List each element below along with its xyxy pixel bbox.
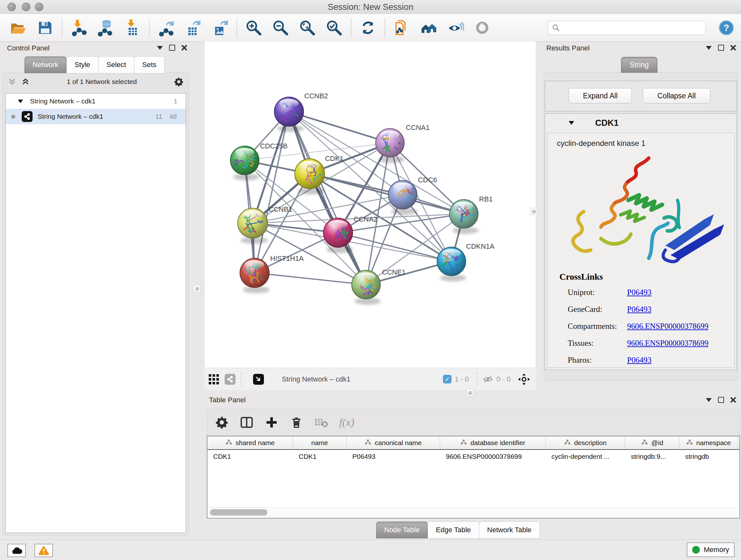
tab-sets[interactable]: Sets xyxy=(134,56,165,73)
close-panel-icon[interactable] xyxy=(731,397,736,402)
node-label-CDKN1A: CDKN1A xyxy=(466,242,494,250)
export-table-button[interactable] xyxy=(184,17,202,38)
help-button[interactable]: ? xyxy=(719,20,734,36)
refresh-icon xyxy=(359,19,377,37)
crosslink-value-link[interactable]: P06493 xyxy=(627,288,651,297)
network-collection-row[interactable]: String Network – cdk1 1 xyxy=(6,94,186,109)
memory-button[interactable]: Memory xyxy=(687,543,735,557)
column-header[interactable]: database identifier xyxy=(440,436,546,449)
node-label-RB1: RB1 xyxy=(479,195,493,203)
selected-node-edge-count: 1 - 0 xyxy=(455,375,469,383)
crosslinks-title: CrossLinks xyxy=(559,272,734,282)
string-results-body: Expand All Collapse All CDK1 cyclin-depe… xyxy=(544,72,738,381)
search-input[interactable] xyxy=(560,23,702,32)
import-network-file-button[interactable] xyxy=(70,17,88,38)
network-graph[interactable]: CCNB2CCNA1CDC25BCDK1CDC6RB1CCNB1CCNA2CDK… xyxy=(205,42,536,367)
toolbar-separator xyxy=(385,18,385,37)
float-panel-icon[interactable] xyxy=(718,397,724,403)
delete-table-button[interactable] xyxy=(314,415,328,429)
function-builder-button[interactable]: f(x) xyxy=(339,416,354,428)
panel-menu-icon[interactable] xyxy=(706,398,712,402)
table-cell[interactable]: CDK1 xyxy=(207,450,293,463)
table-cell[interactable]: CDK1 xyxy=(293,450,347,463)
show-glass-button[interactable] xyxy=(473,17,491,38)
column-header[interactable]: name xyxy=(293,436,347,449)
collection-disclosure-icon[interactable] xyxy=(18,100,23,103)
scrollbar-thumb[interactable] xyxy=(210,509,267,516)
separator xyxy=(241,372,241,387)
column-header-label: @id xyxy=(651,439,664,447)
export-image-icon xyxy=(211,19,228,37)
tab-select[interactable]: Select xyxy=(98,56,134,73)
home-button[interactable] xyxy=(419,17,438,38)
panel-menu-icon[interactable] xyxy=(157,46,163,50)
string-import-button[interactable] xyxy=(393,17,411,38)
close-panel-icon[interactable] xyxy=(731,45,736,51)
hide-glass-button[interactable] xyxy=(446,17,465,38)
float-panel-icon[interactable] xyxy=(169,45,175,51)
crosslink-value-link[interactable]: 9606.ENSP00000378699 xyxy=(627,322,709,331)
zoom-out-button[interactable] xyxy=(271,17,290,38)
selected-checkbox-icon[interactable]: ✓ xyxy=(443,375,452,383)
bottom-splitter-handle[interactable] xyxy=(466,389,473,396)
import-table-button[interactable] xyxy=(123,17,142,38)
collapse-all-icon[interactable] xyxy=(8,78,16,86)
horizontal-scrollbar[interactable] xyxy=(208,507,739,517)
protein-node-RB1[interactable] xyxy=(450,199,479,228)
table-row[interactable]: CDK1CDK1P064939606.ENSP00000378699cyclin… xyxy=(207,450,739,463)
zoom-fit-button[interactable] xyxy=(298,17,317,38)
left-splitter-handle[interactable] xyxy=(193,285,200,292)
tab-network[interactable]: Network xyxy=(24,56,67,73)
network-canvas[interactable]: CCNB2CCNA1CDC25BCDK1CDC6RB1CCNB1CCNA2CDK… xyxy=(204,42,536,368)
tab-network-table[interactable]: Network Table xyxy=(479,521,540,539)
table-cell[interactable]: stringdb:9... xyxy=(625,450,679,463)
zoom-in-button[interactable] xyxy=(245,17,263,38)
column-header[interactable]: @id xyxy=(625,436,679,449)
gear-icon[interactable] xyxy=(174,77,184,86)
column-header[interactable]: description xyxy=(546,436,625,449)
crosslink-value-link[interactable]: P06493 xyxy=(627,305,651,314)
add-column-button[interactable] xyxy=(265,415,279,429)
export-network-button[interactable] xyxy=(157,17,176,38)
open-session-button[interactable] xyxy=(9,17,27,38)
zoom-selected-button[interactable] xyxy=(325,17,343,38)
grid-view-icon[interactable] xyxy=(208,374,219,385)
column-header[interactable]: namespace xyxy=(679,436,738,449)
birdseye-view-icon[interactable] xyxy=(253,374,264,385)
table-settings-button[interactable] xyxy=(215,415,229,429)
warnings-button[interactable] xyxy=(35,544,53,557)
panel-menu-icon[interactable] xyxy=(706,46,712,50)
delete-column-button[interactable] xyxy=(289,415,304,429)
expand-all-icon[interactable] xyxy=(21,78,30,86)
import-network-database-button[interactable] xyxy=(96,17,115,38)
show-columns-button[interactable] xyxy=(240,415,254,429)
gene-disclosure-icon[interactable] xyxy=(569,121,574,125)
collapse-all-button[interactable]: Collapse All xyxy=(643,88,711,104)
table-cell[interactable]: 9606.ENSP00000378699 xyxy=(440,450,546,463)
tab-node-table[interactable]: Node Table xyxy=(376,521,428,539)
save-session-button[interactable] xyxy=(36,17,54,38)
protein-node-HIST1H1A[interactable] xyxy=(240,258,269,288)
tab-style[interactable]: Style xyxy=(66,56,98,73)
network-row-selected[interactable]: String Network – cdk1 11 48 xyxy=(6,109,186,124)
crosslink-value-link[interactable]: P06493 xyxy=(627,356,651,365)
gene-entry-header[interactable]: CDK1 xyxy=(545,114,737,132)
export-image-button[interactable] xyxy=(211,17,229,38)
expand-all-button[interactable]: Expand All xyxy=(569,88,632,104)
tab-string[interactable]: String xyxy=(621,57,657,73)
right-splitter-handle[interactable] xyxy=(530,208,537,215)
fit-selected-icon[interactable] xyxy=(518,373,530,386)
close-panel-icon[interactable] xyxy=(182,45,187,51)
float-panel-icon[interactable] xyxy=(718,45,724,51)
column-header[interactable]: shared name xyxy=(207,436,293,449)
network-view-icon[interactable] xyxy=(225,374,235,385)
apply-layout-button[interactable] xyxy=(359,17,377,38)
tab-edge-table[interactable]: Edge Table xyxy=(428,521,479,539)
table-cell[interactable]: cyclin-dependent ... xyxy=(546,450,625,463)
table-cell[interactable]: stringdb xyxy=(679,450,738,463)
column-header[interactable]: canonical name xyxy=(347,436,440,449)
table-cell[interactable]: P06493 xyxy=(347,450,440,463)
cloud-status-button[interactable] xyxy=(7,544,26,557)
separator xyxy=(477,372,477,387)
crosslink-value-link[interactable]: 9606.ENSP00000378699 xyxy=(627,339,709,348)
